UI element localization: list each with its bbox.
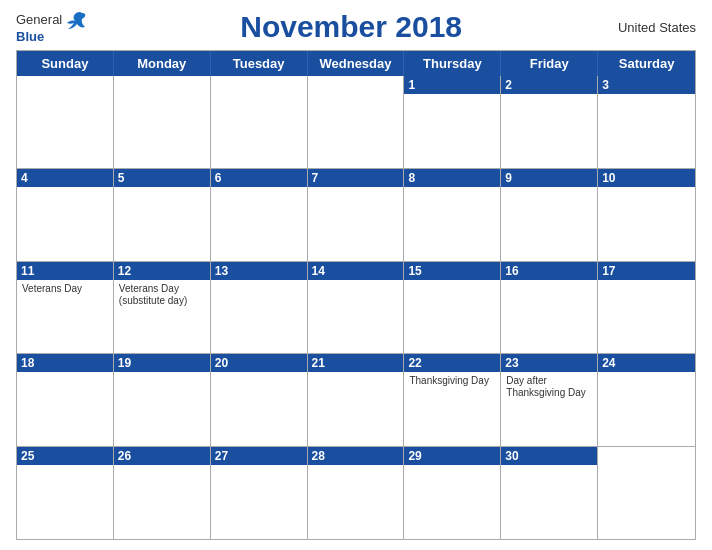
calendar-cell: 16 xyxy=(501,262,598,354)
logo-bird-icon xyxy=(64,11,86,29)
day-header-tuesday: Tuesday xyxy=(211,51,308,76)
calendar-cell: 15 xyxy=(404,262,501,354)
cell-date: 0 xyxy=(308,76,404,94)
calendar-cell: 28 xyxy=(308,447,405,539)
cell-date: 16 xyxy=(501,262,597,280)
cell-date: 27 xyxy=(211,447,307,465)
cell-date: 0 xyxy=(17,76,113,94)
cell-date: 26 xyxy=(114,447,210,465)
calendar-cell: 11Veterans Day xyxy=(17,262,114,354)
header: General Blue November 2018 United States xyxy=(16,10,696,44)
cell-date: 9 xyxy=(501,169,597,187)
calendar-cell: 0 xyxy=(308,76,405,168)
month-title: November 2018 xyxy=(86,10,616,44)
calendar-cell: 9 xyxy=(501,169,598,261)
calendar-cell: 7 xyxy=(308,169,405,261)
cell-date: 17 xyxy=(598,262,695,280)
calendar-cell: 6 xyxy=(211,169,308,261)
cell-date: 15 xyxy=(404,262,500,280)
cell-date: 23 xyxy=(501,354,597,372)
day-header-monday: Monday xyxy=(114,51,211,76)
calendar-cell: 5 xyxy=(114,169,211,261)
cell-event: Veterans Day (substitute day) xyxy=(119,283,205,307)
cell-date: 5 xyxy=(114,169,210,187)
country-label: United States xyxy=(616,20,696,35)
calendar-cell: 17 xyxy=(598,262,695,354)
calendar-cell: 23Day after Thanksgiving Day xyxy=(501,354,598,446)
calendar-cell: 19 xyxy=(114,354,211,446)
cell-date: 3 xyxy=(598,76,695,94)
cell-date: 0 xyxy=(114,76,210,94)
day-header-sunday: Sunday xyxy=(17,51,114,76)
calendar-cell: 30 xyxy=(501,447,598,539)
logo-general-text: General xyxy=(16,12,62,27)
calendar-cell: 22Thanksgiving Day xyxy=(404,354,501,446)
calendar-page: General Blue November 2018 United States… xyxy=(0,0,712,550)
calendar-cell: 27 xyxy=(211,447,308,539)
cell-date: 30 xyxy=(501,447,597,465)
cell-date: 25 xyxy=(17,447,113,465)
cell-date: 6 xyxy=(211,169,307,187)
calendar-week-2: 45678910 xyxy=(17,169,695,262)
calendar-cell: 0 xyxy=(17,76,114,168)
calendar-week-1: 0000123 xyxy=(17,76,695,169)
cell-event: Day after Thanksgiving Day xyxy=(506,375,592,399)
calendar-cell: 3 xyxy=(598,76,695,168)
cell-date: 18 xyxy=(17,354,113,372)
cell-date: 22 xyxy=(404,354,500,372)
calendar: SundayMondayTuesdayWednesdayThursdayFrid… xyxy=(16,50,696,540)
cell-event: Thanksgiving Day xyxy=(409,375,495,387)
cell-date: 7 xyxy=(308,169,404,187)
calendar-week-5: 2526272829300 xyxy=(17,447,695,539)
logo-blue-text: Blue xyxy=(16,29,44,44)
calendar-cell: 26 xyxy=(114,447,211,539)
calendar-week-4: 1819202122Thanksgiving Day23Day after Th… xyxy=(17,354,695,447)
calendar-cell: 12Veterans Day (substitute day) xyxy=(114,262,211,354)
logo: General Blue xyxy=(16,11,86,44)
calendar-cell: 2 xyxy=(501,76,598,168)
cell-date: 19 xyxy=(114,354,210,372)
calendar-week-3: 11Veterans Day12Veterans Day (substitute… xyxy=(17,262,695,355)
calendar-cell: 0 xyxy=(598,447,695,539)
day-header-saturday: Saturday xyxy=(598,51,695,76)
calendar-cell: 24 xyxy=(598,354,695,446)
day-header-thursday: Thursday xyxy=(404,51,501,76)
cell-date: 1 xyxy=(404,76,500,94)
cell-date: 10 xyxy=(598,169,695,187)
cell-date: 14 xyxy=(308,262,404,280)
calendar-cell: 13 xyxy=(211,262,308,354)
cell-date: 24 xyxy=(598,354,695,372)
calendar-cell: 21 xyxy=(308,354,405,446)
cell-date: 2 xyxy=(501,76,597,94)
calendar-header-row: SundayMondayTuesdayWednesdayThursdayFrid… xyxy=(17,51,695,76)
calendar-cell: 29 xyxy=(404,447,501,539)
calendar-cell: 4 xyxy=(17,169,114,261)
calendar-cell: 20 xyxy=(211,354,308,446)
calendar-cell: 14 xyxy=(308,262,405,354)
calendar-cell: 18 xyxy=(17,354,114,446)
cell-date: 28 xyxy=(308,447,404,465)
calendar-cell: 25 xyxy=(17,447,114,539)
cell-date: 29 xyxy=(404,447,500,465)
cell-date: 11 xyxy=(17,262,113,280)
calendar-body: 00001234567891011Veterans Day12Veterans … xyxy=(17,76,695,539)
calendar-cell: 1 xyxy=(404,76,501,168)
cell-date: 0 xyxy=(598,447,695,465)
cell-date: 4 xyxy=(17,169,113,187)
cell-date: 20 xyxy=(211,354,307,372)
calendar-cell: 0 xyxy=(114,76,211,168)
day-header-wednesday: Wednesday xyxy=(308,51,405,76)
day-header-friday: Friday xyxy=(501,51,598,76)
cell-date: 13 xyxy=(211,262,307,280)
calendar-cell: 10 xyxy=(598,169,695,261)
calendar-cell: 8 xyxy=(404,169,501,261)
cell-date: 0 xyxy=(211,76,307,94)
calendar-cell: 0 xyxy=(211,76,308,168)
cell-date: 12 xyxy=(114,262,210,280)
cell-event: Veterans Day xyxy=(22,283,108,295)
cell-date: 8 xyxy=(404,169,500,187)
cell-date: 21 xyxy=(308,354,404,372)
